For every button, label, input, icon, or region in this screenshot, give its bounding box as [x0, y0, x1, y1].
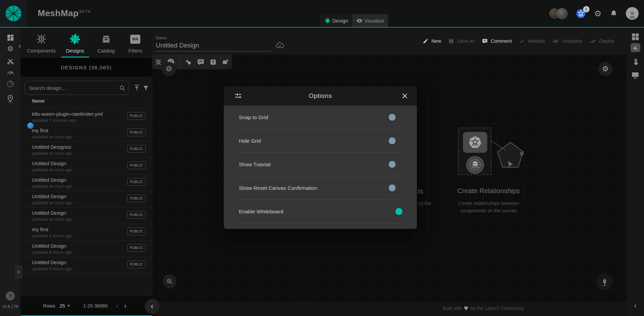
meshmap-logo[interactable]: [0, 0, 27, 27]
panel-tab-catalog[interactable]: Catalog: [90, 28, 122, 58]
design-row[interactable]: Untitled Design updated 8 hours ago PUBL…: [21, 240, 152, 257]
undeploy-button[interactable]: Undeploy: [552, 38, 582, 44]
reset-canvas-confirmation-toggle[interactable]: [389, 185, 402, 190]
collaborator-avatar-2[interactable]: [557, 8, 568, 19]
rows-per-page-label: Rows: [43, 303, 55, 309]
navigation-rail: ⚙⚙ › ? v0.6.176: [0, 28, 21, 316]
rail-mesh-icon[interactable]: [0, 80, 21, 88]
rail-lifecycle-gears-icon[interactable]: ⚙⚙: [0, 45, 21, 52]
option-row-enable-whiteboard: Enable Whiteboard: [239, 200, 402, 223]
save-as-button[interactable]: Save As: [448, 38, 475, 44]
design-owner-avatar: [27, 122, 34, 129]
rail-divider: [3, 90, 18, 91]
rail-dashboard-icon[interactable]: [0, 34, 21, 42]
settings-gear-icon[interactable]: ⚙: [594, 9, 602, 18]
double-check-icon: [589, 38, 597, 44]
design-row[interactable]: Untitled Design updated an hour ago PUBL…: [21, 191, 152, 207]
rows-per-page-value[interactable]: 25: [60, 303, 65, 309]
kubernetes-node-icon: [463, 132, 487, 153]
design-name-input[interactable]: [156, 42, 272, 51]
widgets-grid-icon[interactable]: [627, 32, 644, 41]
option-row-hide-grid: Hide Grid: [239, 129, 402, 153]
zoom-button[interactable]: [163, 274, 177, 288]
next-page-icon[interactable]: ›: [124, 302, 127, 310]
visibility-badge: PUBLIC: [127, 227, 146, 235]
design-row[interactable]: k8s-wasm-plugin-ratelimiter.yml updated …: [21, 108, 152, 125]
app-title: MeshMapBETA: [38, 8, 91, 19]
tab-visualize[interactable]: Visualize: [352, 14, 389, 27]
eye-icon: [356, 17, 363, 24]
panel-tab-designs[interactable]: Designs: [59, 28, 91, 58]
header-bar: MeshMapBETA Design Visualize 1 ⚙: [0, 0, 644, 27]
options-modal: Options Snap to Grid Hide Grid Show Tuto…: [224, 86, 417, 229]
design-list: k8s-wasm-plugin-ratelimiter.yml updated …: [21, 108, 152, 273]
pen-tool-button[interactable]: [596, 273, 613, 290]
check-icon: [519, 38, 525, 44]
crossed-double-check-icon: [552, 38, 559, 44]
collaborator-avatars[interactable]: [549, 8, 568, 19]
gear-icon: ⚙: [602, 65, 609, 73]
design-row[interactable]: Untitled Designss updated an hour ago PU…: [21, 141, 152, 158]
kubernetes-context-button[interactable]: 1: [576, 8, 586, 19]
help-button[interactable]: ?: [6, 291, 15, 301]
import-design-icon[interactable]: [133, 84, 141, 92]
rail-expand-button[interactable]: ›: [15, 265, 23, 279]
validate-button[interactable]: Validate: [519, 38, 545, 44]
context-count-badge: 1: [583, 6, 589, 12]
occluded-card-text-fragment: ng the: [418, 201, 431, 206]
design-pinwheel-icon: [324, 17, 331, 24]
comment-bubble-icon: [482, 38, 488, 44]
dock-media-icon[interactable]: [222, 58, 229, 66]
hide-grid-toggle[interactable]: [389, 138, 402, 143]
comment-button[interactable]: Comment: [482, 38, 512, 44]
metrics-chart-icon[interactable]: [631, 43, 640, 52]
interaction-touch-icon[interactable]: [627, 57, 644, 66]
previous-page-icon[interactable]: ‹: [116, 302, 118, 310]
designs-pinwheel-icon: [69, 33, 81, 45]
meshmap-app: MeshMapBETA Design Visualize 1 ⚙: [0, 0, 644, 316]
components-chip-icon: [36, 33, 47, 45]
version-label: v0.6.176: [0, 304, 21, 309]
panel-tab-components[interactable]: Components: [25, 28, 58, 58]
rail-performance-gauge-icon[interactable]: [0, 69, 21, 77]
meshsync-squid-icon: [466, 156, 484, 174]
dock-text-icon[interactable]: [209, 58, 217, 66]
enable-whiteboard-toggle[interactable]: [389, 209, 402, 214]
rows-per-page-caret-icon[interactable]: ▾: [68, 304, 70, 308]
close-icon[interactable]: [401, 93, 408, 99]
option-row-reset-confirmation: Show Reset Canvas Confirmation: [239, 176, 402, 200]
empty-state-title: Create Relationships: [421, 187, 556, 195]
active-tab-underline: [61, 57, 89, 58]
canvas-config-button[interactable]: ⚙: [162, 62, 176, 76]
deploy-button[interactable]: Deploy: [589, 38, 614, 44]
notifications-bell-icon[interactable]: [610, 9, 618, 17]
canvas-settings-button[interactable]: ⚙: [598, 62, 612, 76]
visibility-badge: PUBLIC: [127, 162, 146, 169]
rail-toolkit-icon[interactable]: [0, 57, 21, 65]
design-row[interactable]: Untitled Design updated 8 hours ago PUBL…: [21, 257, 152, 273]
panel-collapse-button[interactable]: ‹: [145, 299, 159, 314]
display-monitor-icon[interactable]: [627, 71, 644, 79]
design-row[interactable]: Untitled Design updated an hour ago PUBL…: [21, 207, 152, 224]
filter-funnel-icon[interactable]: [142, 84, 149, 92]
dock-shapes-icon[interactable]: [184, 58, 192, 66]
right-dock-collapse-icon[interactable]: ‹: [627, 301, 644, 310]
rail-location-pin-icon[interactable]: [0, 94, 21, 103]
snap-to-grid-toggle[interactable]: [389, 115, 402, 120]
modal-body: Snap to Grid Hide Grid Show Tutorial Sho…: [224, 106, 417, 229]
tab-design[interactable]: Design: [320, 14, 352, 27]
design-row[interactable]: my first updated 6 hours ago PUBLIC: [21, 224, 152, 240]
panel-tab-filters[interactable]: WA Filters: [119, 28, 151, 58]
design-row[interactable]: Untitled Design updated an hour ago PUBL…: [21, 174, 152, 191]
dock-components-icon[interactable]: [154, 58, 162, 66]
search-input[interactable]: [25, 81, 129, 95]
dock-comment-icon[interactable]: [197, 58, 205, 66]
profile-avatar[interactable]: [626, 7, 639, 20]
new-button[interactable]: New: [423, 38, 441, 44]
show-tutorial-toggle[interactable]: [389, 162, 402, 167]
floppy-icon: [448, 38, 454, 44]
design-name-label: Name: [156, 36, 167, 40]
name-column-header: Name: [32, 98, 45, 104]
design-row[interactable]: my first updated an hour ago PUBLIC: [21, 125, 152, 141]
design-row[interactable]: Untitled Design updated an hour ago PUBL…: [21, 158, 152, 174]
